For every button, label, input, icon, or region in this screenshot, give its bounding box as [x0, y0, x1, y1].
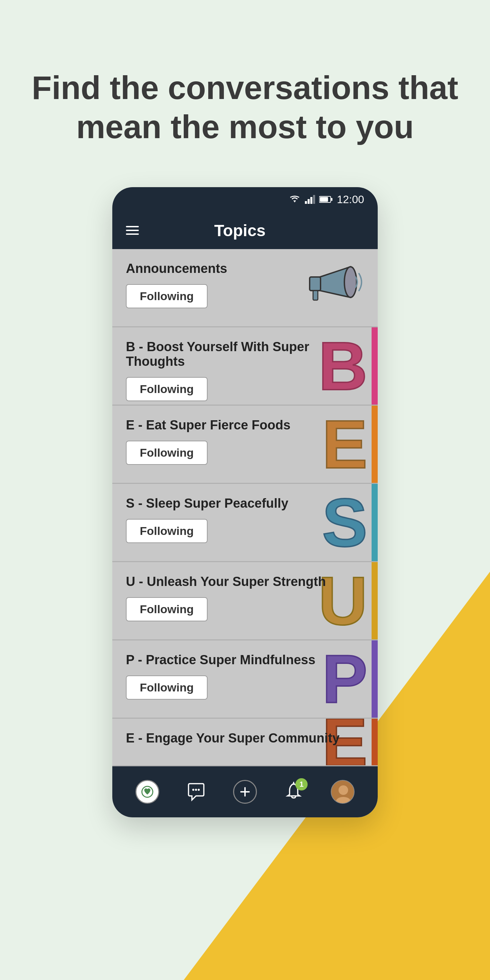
topic-content: B - Boost Yourself With Super Thoughts F…: [126, 340, 364, 401]
topic-content: Announcements Following: [126, 261, 227, 308]
phone-mockup: 12:00 Topics Announcements Following: [112, 187, 378, 817]
battery-icon: [319, 196, 333, 203]
svg-rect-4: [313, 195, 315, 204]
hamburger-menu-icon[interactable]: [126, 226, 139, 235]
status-time: 12:00: [337, 193, 364, 206]
page-title: Find the conversations that mean the mos…: [27, 68, 463, 146]
megaphone-icon: [296, 260, 364, 316]
svg-rect-10: [313, 291, 318, 300]
topic-title-announcements: Announcements: [126, 261, 227, 276]
svg-point-14: [195, 789, 197, 791]
nav-item-profile[interactable]: [331, 780, 355, 804]
following-button-announcements[interactable]: Following: [126, 284, 208, 308]
signal-icon: [305, 195, 315, 204]
topic-content: E - Engage Your Super Community: [126, 731, 340, 746]
topic-item-sleep: S - Sleep Super Peacefully Following S: [112, 484, 378, 562]
following-button-eat[interactable]: Following: [126, 441, 208, 465]
bottom-nav: 1: [112, 766, 378, 817]
following-button-boost[interactable]: Following: [126, 377, 208, 401]
svg-rect-2: [308, 199, 310, 204]
topic-item-engage: E - Engage Your Super Community E: [112, 719, 378, 766]
nav-item-add[interactable]: [233, 780, 257, 804]
svg-rect-3: [310, 197, 312, 204]
following-button-unleash[interactable]: Following: [126, 597, 208, 621]
topic-item-practice: P - Practice Super Mindfulness Following…: [112, 640, 378, 719]
topic-title-engage: E - Engage Your Super Community: [126, 731, 340, 746]
hamburger-line-1: [126, 226, 139, 227]
svg-point-13: [192, 789, 194, 791]
topic-content: E - Eat Super Fierce Foods Following: [126, 418, 291, 465]
svg-rect-7: [331, 198, 332, 201]
topic-content: S - Sleep Super Peacefully Following: [126, 496, 288, 543]
letter-p-icon: P: [322, 645, 368, 713]
topic-content: U - Unleash Your Super Strength Followin…: [126, 574, 326, 621]
wifi-icon: [288, 195, 301, 204]
letter-s-icon: S: [322, 488, 368, 557]
notification-badge: 1: [295, 778, 308, 791]
letter-e-icon: E: [322, 410, 368, 479]
svg-rect-1: [305, 201, 307, 204]
plus-icon: [238, 785, 252, 799]
add-circle: [233, 780, 257, 804]
chat-icon: [185, 781, 207, 803]
avatar-svg: [331, 781, 355, 804]
status-icons: 12:00: [288, 193, 364, 206]
nav-item-chat[interactable]: [185, 781, 207, 803]
app-bar-title: Topics: [149, 221, 331, 240]
svg-point-11: [344, 267, 356, 298]
avatar-icon: [331, 780, 355, 804]
topic-title-practice: P - Practice Super Mindfulness: [126, 653, 315, 667]
logo-icon: [135, 780, 159, 804]
page-headline: Find the conversations that mean the mos…: [0, 68, 490, 146]
topic-item-announcements: Announcements Following: [112, 249, 378, 327]
svg-point-15: [198, 789, 200, 791]
topic-item-unleash: U - Unleash Your Super Strength Followin…: [112, 562, 378, 640]
topic-title-sleep: S - Sleep Super Peacefully: [126, 496, 288, 511]
status-bar: 12:00: [112, 187, 378, 212]
megaphone-svg: [296, 260, 364, 314]
topic-content: P - Practice Super Mindfulness Following: [126, 653, 315, 700]
nav-item-notifications[interactable]: 1: [283, 781, 305, 803]
hamburger-line-3: [126, 234, 139, 235]
topic-title-boost: B - Boost Yourself With Super Thoughts: [126, 340, 364, 369]
svg-rect-9: [310, 277, 321, 291]
svg-point-19: [339, 785, 348, 795]
page-wrapper: Find the conversations that mean the mos…: [0, 0, 490, 980]
svg-marker-0: [293, 200, 296, 202]
heart-logo-svg: [141, 785, 154, 798]
svg-point-20: [336, 797, 351, 804]
nav-item-home[interactable]: [135, 780, 159, 804]
following-button-practice[interactable]: Following: [126, 675, 208, 700]
svg-rect-6: [320, 197, 328, 202]
following-button-sleep[interactable]: Following: [126, 519, 208, 543]
topic-item-boost: B - Boost Yourself With Super Thoughts F…: [112, 327, 378, 406]
hamburger-line-2: [126, 230, 139, 231]
topic-item-eat: E - Eat Super Fierce Foods Following E: [112, 406, 378, 484]
topic-title-unleash: U - Unleash Your Super Strength: [126, 574, 326, 589]
topic-title-eat: E - Eat Super Fierce Foods: [126, 418, 291, 433]
topics-list: Announcements Following: [112, 249, 378, 766]
app-bar: Topics: [112, 212, 378, 249]
